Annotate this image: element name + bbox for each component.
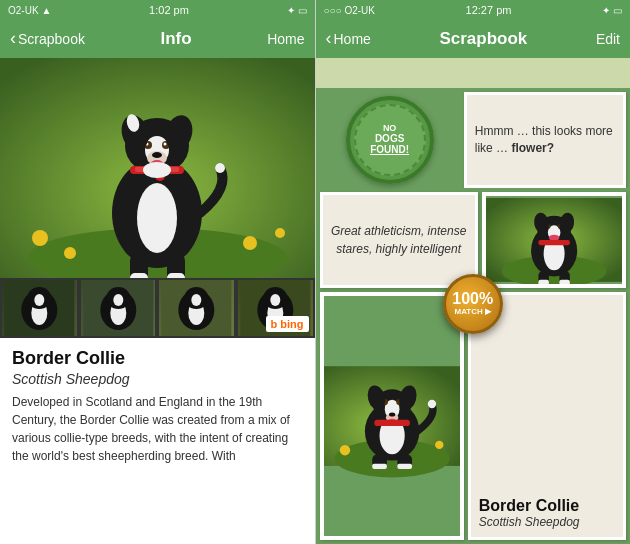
svg-point-5 (243, 236, 257, 250)
chevron-right-icon: ‹ (326, 28, 332, 49)
svg-point-49 (270, 294, 280, 306)
svg-rect-51 (316, 58, 631, 88)
svg-point-28 (215, 163, 225, 173)
scrapbook-content: no dogs found! Hmmm … this looks more li… (316, 58, 631, 544)
thumb-dog-1 (2, 280, 77, 336)
dog-subname-left: Scottish Sheepdog (12, 371, 303, 387)
svg-point-16 (164, 143, 167, 146)
svg-point-90 (427, 400, 435, 408)
bottom-dog-name: Border Collie (479, 496, 615, 515)
status-bar-right: ○○○ O2-UK 12:27 pm ✦ ▭ (316, 0, 631, 20)
bottom-dog-svg (324, 296, 460, 536)
svg-point-3 (32, 230, 48, 246)
home-button-left[interactable]: Home (267, 31, 304, 47)
status-left-right: ○○○ O2-UK (324, 5, 375, 16)
flower-card-text: Hmmm … this looks more like … flower? (475, 123, 615, 157)
svg-point-29 (143, 162, 171, 178)
left-phone: O2-UK ▲ 1:02 pm ✦ ▭ ‹ Scrapbook Info Hom… (0, 0, 316, 544)
description-text: Great athleticism, intense stares, highl… (331, 222, 467, 258)
svg-point-44 (192, 294, 202, 306)
bluetooth-left: ✦ (287, 5, 295, 16)
back-label-left: Scrapbook (18, 31, 85, 47)
battery-left: ▭ (298, 5, 307, 16)
match-percent: 100% (452, 291, 493, 307)
svg-rect-85 (374, 420, 410, 426)
svg-point-73 (435, 441, 443, 449)
row1: no dogs found! Hmmm … this looks more li… (316, 88, 631, 188)
thumb-dog-2 (81, 280, 156, 336)
no-dogs-line2: dogs (375, 133, 404, 144)
no-dogs-stamp: no dogs found! (346, 96, 434, 184)
no-dogs-line1: no (383, 124, 397, 134)
right-phone: ○○○ O2-UK 12:27 pm ✦ ▭ ‹ Home Scrapbook … (316, 0, 631, 544)
flower-card-bold: flower? (511, 141, 554, 155)
dog-main-image (0, 58, 315, 278)
thumbnail-3[interactable] (159, 280, 234, 336)
battery-right: ▭ (613, 5, 622, 16)
top-strip-svg (316, 58, 631, 88)
svg-point-34 (34, 294, 44, 306)
bing-badge: b bing (266, 316, 309, 332)
carrier-right: ○○○ O2-UK (324, 5, 375, 16)
thumb-dog-3 (159, 280, 234, 336)
svg-point-6 (275, 228, 285, 238)
bottom-info-card: Border Collie Scottish Sheepdog (468, 292, 626, 540)
description-card: Great athleticism, intense stares, highl… (320, 192, 478, 288)
status-bar-left: O2-UK ▲ 1:02 pm ✦ ▭ (0, 0, 315, 20)
bluetooth-right: ✦ (602, 5, 610, 16)
nav-bar-right: ‹ Home Scrapbook Edit (316, 20, 631, 58)
no-dogs-container: no dogs found! (320, 92, 460, 188)
flower-card: Hmmm … this looks more like … flower? (464, 92, 626, 188)
row3: 100% MATCH ▶ (316, 292, 631, 544)
info-section: Border Collie Scottish Sheepdog Develope… (0, 338, 315, 475)
chevron-left-icon: ‹ (10, 28, 16, 49)
svg-point-8 (137, 183, 177, 253)
nav-bar-left: ‹ Scrapbook Info Home (0, 20, 315, 58)
dog-photo-stamp-row2 (482, 192, 626, 288)
status-right-right: ✦ ▭ (602, 5, 622, 16)
edit-button-right[interactable]: Edit (596, 31, 620, 47)
svg-point-79 (388, 412, 394, 416)
thumbnail-2[interactable] (81, 280, 156, 336)
svg-point-72 (339, 445, 349, 455)
back-button-right[interactable]: ‹ Home (326, 29, 371, 49)
dog-description-left: Developed in Scotland and England in the… (12, 393, 303, 465)
no-dogs-line3: found! (370, 144, 409, 156)
dog-name-left: Border Collie (12, 348, 303, 369)
nav-title-right: Scrapbook (439, 29, 527, 49)
svg-rect-67 (538, 280, 548, 284)
back-label-right: Home (334, 31, 371, 47)
carrier-left: O2-UK (8, 5, 39, 16)
main-image-left (0, 58, 315, 278)
svg-point-4 (64, 247, 76, 259)
wifi-left: ▲ (42, 5, 52, 16)
svg-rect-68 (559, 280, 569, 284)
svg-rect-64 (538, 240, 569, 245)
time-right: 12:27 pm (466, 4, 512, 16)
status-left: O2-UK ▲ (8, 5, 51, 16)
status-right-left: ✦ ▭ (287, 5, 307, 16)
bottom-dog-photo (320, 292, 464, 540)
top-strip (316, 58, 631, 88)
svg-rect-88 (372, 464, 387, 469)
back-button-left[interactable]: ‹ Scrapbook (10, 29, 85, 49)
time-left: 1:02 pm (149, 4, 189, 16)
nav-title-left: Info (160, 29, 191, 49)
match-badge: 100% MATCH ▶ (443, 274, 503, 334)
match-label: MATCH ▶ (454, 307, 491, 316)
thumbnail-1[interactable] (2, 280, 77, 336)
thumbnail-4[interactable]: b bing (238, 280, 313, 336)
bottom-dog-subname: Scottish Sheepdog (479, 515, 615, 529)
dog-stamp-svg (486, 196, 622, 284)
thumbnail-strip: b bing (0, 278, 315, 338)
svg-rect-89 (397, 464, 412, 469)
svg-point-12 (152, 152, 162, 158)
svg-point-39 (113, 294, 123, 306)
no-dogs-inner: no dogs found! (354, 104, 426, 176)
